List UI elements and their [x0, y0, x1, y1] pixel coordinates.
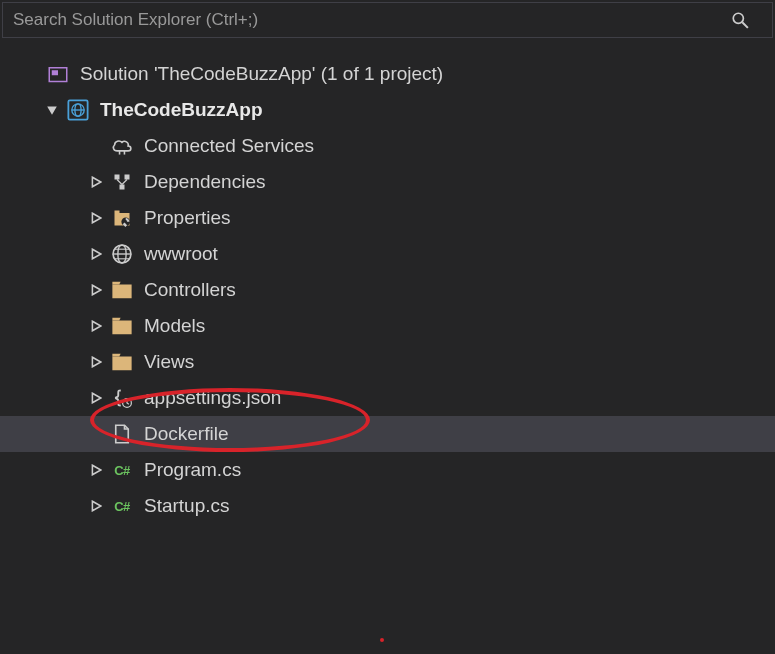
tree-item-appsettings[interactable]: appsettings.json [0, 380, 775, 416]
cs-icon: C# [110, 458, 134, 482]
item-label: wwwroot [144, 243, 218, 265]
cs-icon: C# [110, 494, 134, 518]
tree-item-controllers[interactable]: Controllers [0, 272, 775, 308]
svg-line-13 [122, 180, 127, 185]
tree-item-startup[interactable]: C# Startup.cs [0, 488, 775, 524]
svg-rect-21 [112, 321, 131, 335]
solution-icon [46, 62, 70, 86]
item-label: Controllers [144, 279, 236, 301]
collapse-icon[interactable] [44, 102, 60, 118]
expand-icon[interactable] [88, 498, 104, 514]
solution-label: Solution 'TheCodeBuzzApp' (1 of 1 projec… [80, 63, 443, 85]
tree-item-connected-services[interactable]: Connected Services [0, 128, 775, 164]
annotation-dot [380, 638, 384, 642]
globe-icon [110, 242, 134, 266]
svg-rect-10 [125, 175, 130, 180]
json-icon [110, 386, 134, 410]
expand-icon[interactable] [88, 318, 104, 334]
tree-item-views[interactable]: Views [0, 344, 775, 380]
folder-icon [110, 278, 134, 302]
svg-point-0 [733, 13, 743, 23]
svg-rect-20 [112, 285, 131, 299]
item-label: appsettings.json [144, 387, 281, 409]
search-icon[interactable] [728, 8, 752, 32]
search-bar[interactable]: Search Solution Explorer (Ctrl+;) [2, 2, 773, 38]
svg-rect-11 [120, 185, 125, 190]
solution-tree: Solution 'TheCodeBuzzApp' (1 of 1 projec… [0, 40, 775, 524]
expand-icon[interactable] [88, 246, 104, 262]
item-label: Program.cs [144, 459, 241, 481]
folder-icon [110, 314, 134, 338]
project-node[interactable]: TheCodeBuzzApp [0, 92, 775, 128]
cloud-icon [110, 134, 134, 158]
item-label: Startup.cs [144, 495, 230, 517]
item-label: Dependencies [144, 171, 265, 193]
expander-blank [88, 138, 104, 154]
svg-rect-22 [112, 357, 131, 371]
expand-icon[interactable] [88, 462, 104, 478]
expand-icon[interactable] [88, 174, 104, 190]
expand-icon[interactable] [88, 354, 104, 370]
svg-line-12 [117, 180, 122, 185]
expand-icon[interactable] [88, 390, 104, 406]
expander-blank [88, 426, 104, 442]
expander-blank [24, 66, 40, 82]
tree-item-program[interactable]: C# Program.cs [0, 452, 775, 488]
expand-icon[interactable] [88, 282, 104, 298]
item-label: Properties [144, 207, 231, 229]
svg-line-1 [742, 22, 748, 28]
item-label: Models [144, 315, 205, 337]
tree-item-dockerfile[interactable]: Dockerfile [0, 416, 775, 452]
tree-item-properties[interactable]: Properties [0, 200, 775, 236]
tree-item-dependencies[interactable]: Dependencies [0, 164, 775, 200]
item-label: Views [144, 351, 194, 373]
item-label: Connected Services [144, 135, 314, 157]
tree-item-models[interactable]: Models [0, 308, 775, 344]
search-placeholder: Search Solution Explorer (Ctrl+;) [13, 10, 258, 30]
file-icon [110, 422, 134, 446]
svg-rect-3 [52, 70, 58, 75]
project-label: TheCodeBuzzApp [100, 99, 263, 121]
folder-icon [110, 350, 134, 374]
wrench-icon [110, 206, 134, 230]
dependencies-icon [110, 170, 134, 194]
solution-node[interactable]: Solution 'TheCodeBuzzApp' (1 of 1 projec… [0, 56, 775, 92]
svg-rect-9 [115, 175, 120, 180]
expand-icon[interactable] [88, 210, 104, 226]
item-label: Dockerfile [144, 423, 228, 445]
csproj-icon [66, 98, 90, 122]
tree-item-wwwroot[interactable]: wwwroot [0, 236, 775, 272]
